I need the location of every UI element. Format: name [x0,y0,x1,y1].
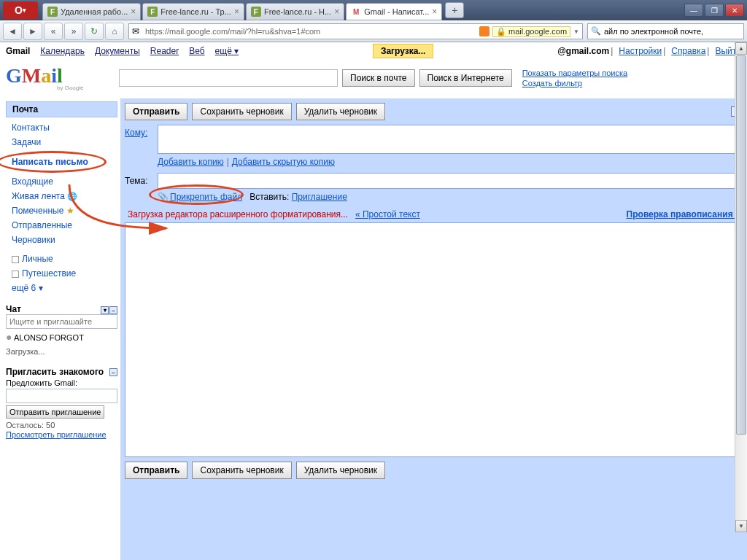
scrollbar[interactable]: ▲ ▼ [735,42,747,532]
subject-field[interactable] [158,173,743,189]
view-invite-link[interactable]: Просмотреть приглашение [6,430,107,439]
search-web-button[interactable]: Поиск в Интернете [419,69,512,87]
sidebar-sent[interactable]: Отправленные [6,218,117,233]
browser-tab[interactable]: F Free-lance.ru - Н... × [246,3,344,20]
favicon: F [47,7,58,17]
reload-button[interactable]: ↻ [85,23,104,40]
window-close-button[interactable]: ✕ [725,4,744,17]
sidebar-mail-header[interactable]: Почта [6,101,117,117]
forward-button[interactable]: ► [23,23,42,40]
browser-search-box[interactable]: 🔍 [587,23,744,39]
nav-docs[interactable]: Документы [95,46,140,56]
account-email: @gmail.com [557,46,609,56]
subject-label: Тема: [125,173,158,186]
create-filter[interactable]: Создать фильтр [522,78,627,88]
sidebar-label-personal[interactable]: Личные [6,252,117,266]
save-draft-button[interactable]: Сохранить черновик [192,103,291,120]
dropdown-icon[interactable]: ▼ [573,28,579,35]
message-body[interactable] [125,222,743,457]
new-tab-button[interactable]: + [445,2,464,18]
rewind-button[interactable]: « [44,23,63,40]
gmail-search-row: GMail by Google Поиск в почте Поиск в Ин… [0,60,747,98]
sidebar-inbox[interactable]: Входящие [6,174,117,189]
gmail-main: Почта Контакты Задачи Написать письмо Вх… [0,98,747,560]
nav-help[interactable]: Справка [671,46,705,56]
browser-tab[interactable]: F Удаленная рабо... × [42,3,141,20]
attach-file-link[interactable]: Прикрепить файл [170,192,242,202]
browser-tab-active[interactable]: M Gmail - Написат... × [346,3,442,20]
invite-minimize-icon[interactable]: – [109,368,117,376]
scroll-down-icon[interactable]: ▼ [735,520,747,532]
favicon: F [147,7,158,17]
insert-invitation-link[interactable]: Приглашение [292,192,347,202]
home-button[interactable]: ⌂ [105,23,124,40]
logo-byline: by Google [57,85,119,91]
nav-gmail[interactable]: Gmail [6,46,30,56]
browser-tab[interactable]: F Free-lance.ru - Тр... × [142,3,244,20]
security-domain: mail.google.com [508,27,567,36]
back-button[interactable]: ◄ [3,23,22,40]
nav-calendar[interactable]: Календарь [40,46,85,56]
tab-close-icon[interactable]: × [334,7,339,17]
browser-search-input[interactable] [604,27,740,36]
nav-settings[interactable]: Настройки [619,46,662,56]
tab-close-icon[interactable]: × [234,7,239,17]
sidebar-label-travel[interactable]: Путешествие [6,266,117,281]
tab-title: Free-lance.ru - Тр... [160,7,231,16]
sidebar-drafts[interactable]: Черновики [6,233,117,247]
invites-remaining: Осталось: 50 [6,419,117,429]
save-draft-button-bottom[interactable]: Сохранить черновик [192,462,291,479]
label-icon [12,256,19,263]
send-button[interactable]: Отправить [125,103,187,120]
address-bar[interactable]: ✉ https://mail.google.com/mail/?hl=ru&sh… [128,23,583,39]
compose-button[interactable]: Написать письмо [6,154,94,170]
chat-header: Чат ▾– [6,300,117,314]
invite-label: Предложить Gmail: [6,377,117,387]
spellcheck-link[interactable]: Проверка правописания ▾ [627,209,740,219]
invite-header: Пригласить знакомого – [6,362,117,377]
tab-title: Free-lance.ru - Н... [264,7,331,16]
chat-contact[interactable]: ● ALONSO FORGOT [6,329,117,345]
tab-close-icon[interactable]: × [432,7,437,17]
security-chip[interactable]: 🔒mail.google.com [492,26,570,37]
scroll-up-icon[interactable]: ▲ [735,42,747,55]
minimize-button[interactable]: — [684,4,703,17]
star-icon: ★ [66,206,74,216]
compose-toolbar-bottom: Отправить Сохранить черновик Удалить чер… [125,462,743,479]
scroll-thumb[interactable] [736,55,746,435]
chat-toggle-icon[interactable]: ▾ [101,306,109,314]
nav-more[interactable]: ещё ▾ [215,46,239,56]
plain-text-link[interactable]: « Простой текст [355,209,420,219]
nav-reader[interactable]: Reader [150,46,179,56]
sidebar-tasks[interactable]: Задачи [6,135,117,149]
tab-close-icon[interactable]: × [131,7,136,17]
to-field[interactable] [158,125,743,154]
compose-toolbar-top: Отправить Сохранить черновик Удалить чер… [125,103,743,120]
chat-search-input[interactable] [6,314,117,329]
paperclip-icon: 📎 [158,192,169,202]
url-text: https://mail.google.com/mail/?hl=ru&shva… [145,27,476,36]
sidebar-starred[interactable]: Помеченные ★ [6,203,117,218]
show-search-options[interactable]: Показать параметры поиска [522,68,627,78]
opera-menu-button[interactable]: O [3,1,38,19]
add-bcc-link[interactable]: Добавить скрытую копию [232,157,335,167]
maximize-button[interactable]: ❐ [705,4,724,17]
fast-forward-button[interactable]: » [64,23,83,40]
to-label[interactable]: Кому: [125,128,147,138]
sidebar-contacts[interactable]: Контакты [6,120,117,135]
send-button-bottom[interactable]: Отправить [125,462,187,479]
nav-web[interactable]: Веб [189,46,204,56]
gmail-search-input[interactable] [119,69,338,87]
discard-button[interactable]: Удалить черновик [296,103,385,120]
send-invite-button[interactable]: Отправить приглашение [6,405,104,419]
rss-icon[interactable] [479,26,489,36]
search-mail-button[interactable]: Поиск в почте [342,69,415,87]
invite-email-input[interactable] [6,389,117,403]
chat-minimize-icon[interactable]: – [109,306,117,314]
gmail-sidebar: Почта Контакты Задачи Написать письмо Вх… [0,98,120,560]
add-cc-link[interactable]: Добавить копию [158,157,224,167]
tab-title: Gmail - Написат... [364,7,429,16]
discard-button-bottom[interactable]: Удалить черновик [296,462,385,479]
sidebar-more-labels[interactable]: ещё 6 ▾ [6,281,117,295]
sidebar-buzz[interactable]: Живая лента 🌐 [6,189,117,203]
